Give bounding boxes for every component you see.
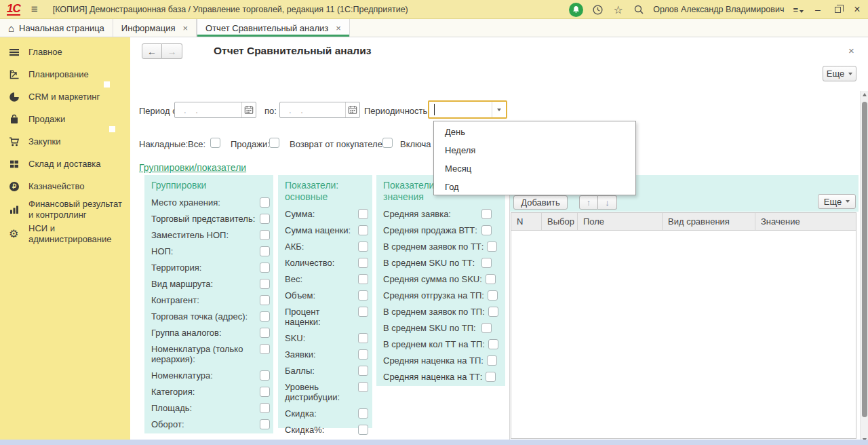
scroll-up-icon[interactable] [863,93,867,96]
checkbox[interactable] [260,263,270,273]
checkbox-label: Объем: [285,290,315,301]
period-from-input[interactable]: . . [174,102,256,118]
checkbox[interactable] [260,387,270,397]
checkbox[interactable] [481,258,492,268]
groupings-indicators-link[interactable]: Группировки/показатели [139,162,246,173]
checkbox[interactable] [358,307,368,317]
checkbox[interactable] [487,241,497,252]
minimize-button[interactable]: – [812,0,823,19]
favorites-button[interactable]: ☆ [612,4,624,16]
checkbox[interactable] [260,419,270,429]
column-header-znachenie[interactable]: Значение [755,213,856,230]
checkbox[interactable] [486,274,496,284]
notifications-button[interactable] [569,3,583,17]
calendar-button[interactable] [345,102,359,117]
tab-close-icon[interactable]: × [182,23,188,33]
checkbox[interactable] [358,225,368,235]
close-form-button[interactable]: × [848,45,854,56]
column-header-vid-sravnenija[interactable]: Вид сравнения [663,213,755,230]
dropdown-option[interactable]: Неделя [434,141,635,159]
checkbox[interactable] [481,323,492,333]
checkbox[interactable] [358,241,368,252]
checkbox[interactable] [358,382,368,392]
checkbox[interactable] [358,258,368,268]
checkbox[interactable] [358,366,368,376]
column-header-pole[interactable]: Поле [578,213,663,230]
checkbox[interactable] [358,408,368,419]
restore-button[interactable] [832,0,843,19]
tab-informacija[interactable]: Информация × [113,19,197,37]
move-down-button[interactable]: ↓ [598,195,617,210]
sidebar-item-nsi[interactable]: ⚙ НСИ и администрирование [0,222,130,246]
add-button[interactable]: Добавить [513,195,568,210]
checkbox[interactable] [488,339,498,349]
sidebar-item-finance[interactable]: Финансовый результат и контроллинг [0,197,130,222]
scrollbar-thumb[interactable] [862,102,867,417]
history-button[interactable] [592,4,604,16]
current-user[interactable]: Орлов Александр Владимирович [653,5,784,14]
tab-close-icon[interactable]: × [336,23,341,33]
checkbox[interactable] [260,214,270,224]
column-header-n[interactable]: N [511,213,542,230]
checkbox[interactable] [358,349,368,360]
forward-button[interactable]: → [162,43,182,59]
filter-more-button[interactable]: Еще [818,194,856,209]
checkbox[interactable] [487,355,497,366]
tab-home[interactable]: ⌂ Начальная страница [0,19,113,37]
checkbox[interactable] [358,333,368,343]
checkbox[interactable] [260,344,270,354]
column-header-vybor[interactable]: Выбор [542,213,578,230]
checkbox[interactable] [260,279,270,289]
combobox-dropdown-button[interactable] [492,102,506,117]
move-up-button[interactable]: ↑ [579,195,598,210]
checkbox-row: Группа аналогов: [151,328,270,338]
service-menu-button[interactable]: ≡ [793,5,804,15]
vertical-scrollbar[interactable] [860,91,868,444]
checkbox[interactable] [481,225,492,235]
history-clock-icon [592,4,604,16]
checkbox[interactable] [358,209,368,219]
sidebar-item-planning[interactable]: Планирование [0,63,130,85]
sidebar-item-main[interactable]: Главное [0,41,130,63]
filter-table[interactable]: N Выбор Поле Вид сравнения Значение [511,212,856,439]
checkbox[interactable] [260,197,270,208]
sidebar-item-crm[interactable]: CRM и маркетинг [0,85,130,108]
checkbox[interactable] [488,307,498,317]
checkbox-label: Количество: [285,258,334,268]
calendar-button[interactable] [241,102,256,117]
more-button[interactable]: Еще [823,66,856,81]
checkbox[interactable] [488,290,498,301]
checkbox[interactable] [358,290,368,301]
periodicity-combobox[interactable] [428,100,507,119]
checkbox[interactable] [260,246,270,256]
close-window-button[interactable]: × [852,0,863,19]
invoices-returns-checkbox[interactable] [382,138,393,148]
checkbox[interactable] [260,230,270,240]
sidebar-item-warehouse[interactable]: Склад и доставка [0,153,130,175]
period-to-label: по: [264,106,277,116]
dropdown-option[interactable]: Год [434,178,635,196]
panel-splitter[interactable] [509,174,510,440]
checkbox[interactable] [358,425,368,435]
invoices-sales-checkbox[interactable] [269,138,279,148]
main-menu-icon[interactable]: ≡ [31,3,38,16]
checkbox[interactable] [260,295,270,305]
checkbox[interactable] [481,209,492,219]
checkbox[interactable] [260,311,270,322]
pie-chart-icon [9,91,22,102]
sidebar-item-purchases[interactable]: Закупки [0,130,130,153]
combobox-value[interactable] [429,102,492,117]
tab-report-active[interactable]: Отчет Сравнительный анализ × [197,19,350,37]
checkbox[interactable] [260,328,270,338]
dropdown-option[interactable]: День [434,123,635,141]
sidebar-item-treasury[interactable]: ₽ Казначейство [0,175,130,197]
invoices-all-checkbox[interactable] [210,138,220,148]
dropdown-option[interactable]: Месяц [434,159,635,178]
checkbox[interactable] [358,274,368,284]
checkbox[interactable] [486,372,496,382]
period-to-input[interactable]: . . [279,102,360,118]
checkbox[interactable] [260,403,270,413]
search-button[interactable] [633,4,644,16]
back-button[interactable]: ← [142,43,162,59]
checkbox[interactable] [260,370,270,381]
